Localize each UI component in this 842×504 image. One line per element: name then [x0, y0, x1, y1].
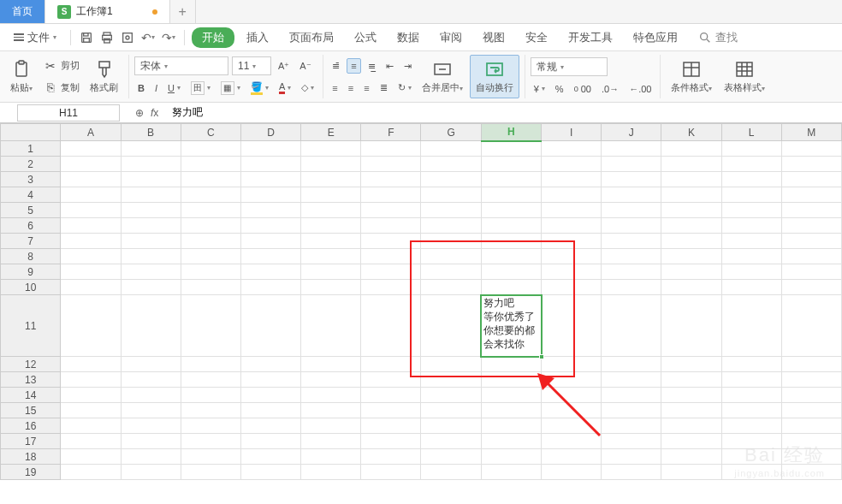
decrease-decimal-button[interactable]: .0→	[598, 82, 622, 96]
file-menu[interactable]: 文件 ▾	[7, 30, 63, 45]
col-header-F[interactable]: F	[361, 124, 421, 141]
workbook-tab[interactable]: S 工作簿1	[45, 0, 170, 23]
print-preview-icon[interactable]	[119, 29, 136, 46]
comma-button[interactable]: 000	[571, 82, 595, 96]
cut-button[interactable]: ✂剪切	[39, 57, 83, 74]
font-size-select[interactable]: 11▾	[232, 56, 271, 75]
menu-formulas[interactable]: 公式	[346, 27, 385, 49]
conditional-format-button[interactable]: 条件格式▾	[666, 55, 717, 98]
row-header-16[interactable]: 16	[1, 418, 61, 434]
format-painter-button[interactable]: 格式刷	[85, 55, 123, 98]
fill-color-button[interactable]: 🪣▾	[247, 80, 272, 97]
row-header-19[interactable]: 19	[1, 465, 61, 480]
col-header-B[interactable]: B	[121, 124, 181, 141]
font-name-select[interactable]: 宋体▾	[134, 56, 228, 75]
formula-bar: H11 ⊕ fx	[0, 103, 842, 123]
menu-data[interactable]: 数据	[388, 27, 428, 49]
border-button[interactable]: 田▾	[187, 80, 214, 97]
col-header-J[interactable]: J	[602, 124, 661, 141]
col-header-E[interactable]: E	[301, 124, 361, 141]
col-header-D[interactable]: D	[240, 124, 300, 141]
align-left-button[interactable]: ≡	[329, 81, 341, 95]
row-header-18[interactable]: 18	[1, 449, 61, 465]
zoom-icon[interactable]: ⊕	[135, 107, 144, 119]
menu-insert[interactable]: 插入	[238, 27, 277, 49]
select-all-corner[interactable]	[1, 124, 61, 141]
row-header-9[interactable]: 9	[1, 264, 61, 280]
increase-font-button[interactable]: A⁺	[275, 59, 293, 74]
row-header-7[interactable]: 7	[1, 234, 61, 249]
row-header-14[interactable]: 14	[1, 388, 61, 403]
home-tab[interactable]: 首页	[0, 0, 45, 23]
effects-button[interactable]: ◇▾	[298, 80, 317, 95]
underline-button[interactable]: U▾	[164, 81, 184, 95]
indent-increase-button[interactable]: ⇥	[400, 59, 415, 74]
row-header-1[interactable]: 1	[1, 141, 61, 157]
menu-security[interactable]: 安全	[517, 27, 556, 49]
align-center-button[interactable]: ≡	[345, 81, 357, 95]
menu-search[interactable]: 查找	[698, 30, 738, 45]
undo-icon[interactable]: ↶▾	[139, 29, 157, 46]
distribute-button[interactable]: ≣	[377, 80, 391, 95]
cell-icon: ▦	[221, 81, 234, 95]
row-header-10[interactable]: 10	[1, 280, 61, 295]
menu-start[interactable]: 开始	[192, 27, 234, 48]
fill-handle[interactable]	[539, 354, 544, 359]
row-header-2[interactable]: 2	[1, 157, 61, 172]
merge-center-button[interactable]: 合并居中▾	[417, 55, 468, 98]
row-header-11[interactable]: 11	[1, 295, 61, 357]
menu-review[interactable]: 审阅	[431, 27, 471, 49]
decrease-font-button[interactable]: A⁻	[296, 59, 314, 74]
copy-button[interactable]: ⎘复制	[39, 79, 83, 96]
font-color-button[interactable]: A▾	[276, 80, 294, 96]
fx-icon[interactable]: fx	[151, 107, 158, 119]
paste-icon	[11, 59, 32, 80]
paste-button[interactable]: 粘贴▾	[5, 55, 38, 98]
indent-decrease-button[interactable]: ⇤	[382, 59, 397, 74]
align-right-button[interactable]: ≡	[360, 81, 372, 95]
formula-input[interactable]	[167, 107, 842, 119]
row-header-12[interactable]: 12	[1, 357, 61, 372]
italic-button[interactable]: I	[151, 81, 161, 95]
menu-special[interactable]: 特色应用	[625, 27, 686, 49]
row-header-17[interactable]: 17	[1, 434, 61, 449]
col-header-M[interactable]: M	[781, 124, 841, 141]
col-header-A[interactable]: A	[61, 124, 121, 141]
row-header-4[interactable]: 4	[1, 187, 61, 203]
menu-page-layout[interactable]: 页面布局	[281, 27, 342, 49]
menu-view[interactable]: 视图	[474, 27, 513, 49]
col-header-L[interactable]: L	[721, 124, 781, 141]
align-bottom-button[interactable]: ≡̲	[365, 59, 379, 74]
percent-button[interactable]: %	[552, 82, 567, 96]
row-header-3[interactable]: 3	[1, 172, 61, 187]
redo-icon[interactable]: ↷▾	[160, 29, 177, 46]
row-header-15[interactable]: 15	[1, 403, 61, 418]
orientation-button[interactable]: ↻▾	[394, 80, 415, 95]
align-middle-button[interactable]: ≡	[347, 58, 360, 74]
currency-button[interactable]: ¥▾	[531, 82, 548, 96]
row-header-8[interactable]: 8	[1, 249, 61, 264]
save-icon[interactable]	[78, 29, 95, 46]
cell-style-button[interactable]: ▦▾	[217, 80, 244, 97]
col-header-K[interactable]: K	[661, 124, 721, 141]
align-top-button[interactable]: ≡̄	[329, 59, 343, 74]
row-header-6[interactable]: 6	[1, 218, 61, 234]
increase-decimal-button[interactable]: ←.00	[626, 82, 655, 96]
cell-H11[interactable]: 努力吧 等你优秀了 你想要的都 会来找你	[481, 295, 541, 357]
col-header-I[interactable]: I	[542, 124, 602, 141]
row-header-5[interactable]: 5	[1, 203, 61, 218]
col-header-H[interactable]: H	[481, 124, 541, 141]
row-header-13[interactable]: 13	[1, 372, 61, 388]
table-style-button[interactable]: 表格样式▾	[719, 55, 770, 98]
ribbon-styles: 条件格式▾ 表格样式▾	[666, 55, 775, 98]
print-icon[interactable]	[98, 29, 116, 46]
col-header-C[interactable]: C	[181, 124, 240, 141]
menu-devtools[interactable]: 开发工具	[560, 27, 621, 49]
number-format-select[interactable]: 常规▾	[531, 57, 608, 76]
spreadsheet[interactable]: A B C D E F G H I J K L M 1 2 3 4 5 6 7 …	[0, 123, 842, 504]
new-tab-button[interactable]: +	[170, 0, 196, 23]
wrap-text-button[interactable]: 自动换行	[470, 55, 519, 98]
col-header-G[interactable]: G	[421, 124, 481, 141]
bold-button[interactable]: B	[134, 81, 148, 95]
name-box[interactable]: H11	[17, 104, 120, 122]
